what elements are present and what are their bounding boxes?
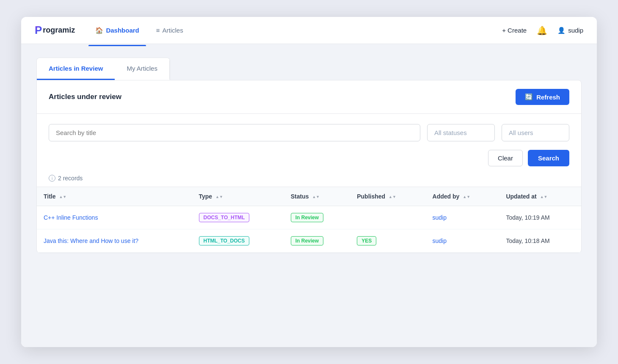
list-icon: ≡	[156, 27, 160, 34]
filters: All statuses All users	[37, 114, 581, 146]
row1-type: DOCS_TO_HTML	[192, 206, 284, 229]
row1-updated-at: Today, 10:19 AM	[499, 206, 581, 229]
row2-title-link[interactable]: Java this: Where and How to use it?	[44, 237, 138, 244]
nav-items: 🏠 Dashboard ≡ Articles	[88, 23, 502, 38]
row2-added-by: sudip	[426, 229, 499, 253]
table-row: C++ Inline Functions DOCS_TO_HTML In Rev…	[37, 206, 581, 229]
row1-status: In Review	[284, 206, 350, 229]
refresh-icon: 🔄	[525, 93, 533, 101]
row2-user-link[interactable]: sudip	[433, 237, 447, 244]
row2-type-badge: HTML_TO_DOCS	[199, 236, 250, 245]
row1-title: C++ Inline Functions	[37, 206, 192, 229]
row1-user-link[interactable]: sudip	[433, 214, 447, 221]
filter-row: All statuses All users	[49, 124, 569, 141]
review-card: Articles under review 🔄 Refresh All stat…	[36, 80, 582, 253]
content: Articles in Review My Articles Articles …	[21, 44, 597, 347]
logo-text: rogramiz	[43, 26, 75, 35]
records-info: i 2 records	[37, 173, 581, 187]
row1-status-badge: In Review	[291, 213, 323, 222]
col-updated-at: Updated at ▲▼	[499, 187, 581, 206]
table-header: Title ▲▼ Type ▲▼ Status ▲▼	[37, 187, 581, 206]
row2-status-badge: In Review	[291, 236, 323, 245]
users-filter[interactable]: All users	[502, 124, 569, 141]
col-published: Published ▲▼	[350, 187, 425, 206]
nav-dashboard[interactable]: 🏠 Dashboard	[88, 23, 146, 38]
search-input[interactable]	[49, 124, 420, 141]
row2-status: In Review	[284, 229, 350, 253]
sort-status-icon[interactable]: ▲▼	[312, 195, 320, 199]
status-filter[interactable]: All statuses	[427, 124, 495, 141]
main-window: P rogramiz 🏠 Dashboard ≡ Articles + Crea…	[21, 17, 597, 347]
info-icon: i	[49, 175, 55, 182]
row2-updated-at: Today, 10:18 AM	[499, 229, 581, 253]
bell-icon[interactable]: 🔔	[537, 25, 547, 36]
table-row: Java this: Where and How to use it? HTML…	[37, 229, 581, 253]
nav-articles[interactable]: ≡ Articles	[149, 23, 190, 37]
create-button[interactable]: + Create	[502, 27, 527, 34]
row1-added-by: sudip	[426, 206, 499, 229]
user-menu[interactable]: 👤 sudip	[557, 27, 583, 34]
card-header: Articles under review 🔄 Refresh	[37, 80, 581, 114]
row2-type: HTML_TO_DOCS	[192, 229, 284, 253]
clear-button[interactable]: Clear	[488, 150, 523, 166]
tab-my-articles[interactable]: My Articles	[115, 58, 170, 80]
row2-published: YES	[350, 229, 425, 253]
articles-table: Title ▲▼ Type ▲▼ Status ▲▼	[37, 187, 581, 253]
table-wrapper: Title ▲▼ Type ▲▼ Status ▲▼	[37, 187, 581, 253]
row2-published-badge: YES	[357, 236, 376, 245]
tab-articles-in-review[interactable]: Articles in Review	[37, 58, 115, 80]
user-icon: 👤	[557, 27, 566, 34]
refresh-button[interactable]: 🔄 Refresh	[516, 89, 569, 105]
sort-updated-at-icon[interactable]: ▲▼	[540, 195, 548, 199]
col-status: Status ▲▼	[284, 187, 350, 206]
row1-title-link[interactable]: C++ Inline Functions	[44, 214, 98, 221]
card-title: Articles under review	[49, 93, 121, 101]
sort-type-icon[interactable]: ▲▼	[215, 195, 223, 199]
nav-right: + Create 🔔 👤 sudip	[502, 25, 583, 36]
table-body: C++ Inline Functions DOCS_TO_HTML In Rev…	[37, 206, 581, 253]
sort-added-by-icon[interactable]: ▲▼	[463, 195, 470, 199]
filter-actions: Clear Search	[37, 146, 581, 173]
search-button[interactable]: Search	[528, 150, 569, 166]
sort-published-icon[interactable]: ▲▼	[389, 195, 396, 199]
row1-type-badge: DOCS_TO_HTML	[199, 213, 250, 222]
col-title: Title ▲▼	[37, 187, 192, 206]
logo-icon: P	[35, 24, 42, 37]
sort-title-icon[interactable]: ▲▼	[59, 195, 66, 199]
col-added-by: Added by ▲▼	[426, 187, 499, 206]
tabs: Articles in Review My Articles	[36, 58, 170, 80]
home-icon: 🏠	[95, 27, 103, 34]
logo[interactable]: P rogramiz	[35, 24, 75, 37]
col-type: Type ▲▼	[192, 187, 284, 206]
navbar: P rogramiz 🏠 Dashboard ≡ Articles + Crea…	[21, 17, 597, 44]
row2-title: Java this: Where and How to use it?	[37, 229, 192, 253]
row1-published	[350, 206, 425, 229]
